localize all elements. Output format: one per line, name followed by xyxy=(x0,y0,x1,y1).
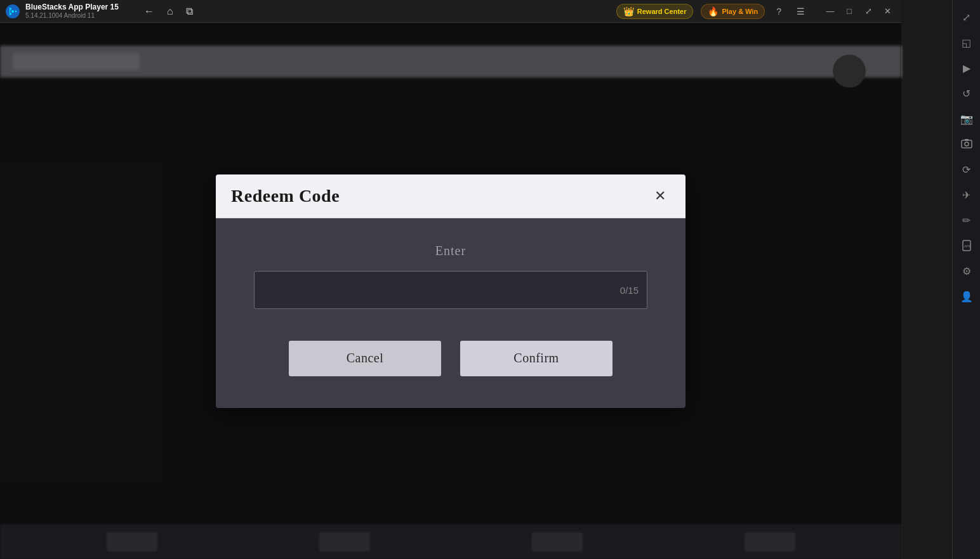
window-controls: — □ ⤢ ✕ xyxy=(821,3,896,20)
svg-rect-6 xyxy=(965,139,969,141)
modal-body: Enter 0/15 Cancel Confirm xyxy=(216,218,685,408)
settings-icon[interactable]: ⚙ xyxy=(955,260,978,282)
modal-buttons: Cancel Confirm xyxy=(254,341,647,376)
modal-title: Redeem Code xyxy=(231,186,340,206)
copy-button[interactable]: ⧉ xyxy=(183,4,195,18)
hamburger-button[interactable]: ☰ xyxy=(793,5,809,18)
svg-rect-4 xyxy=(962,140,972,148)
restore-button[interactable]: ⤢ xyxy=(859,3,877,20)
modal-overlay: Redeem Code ✕ Enter 0/15 Cancel Confirm xyxy=(0,23,901,559)
crown-icon: 👑 xyxy=(623,6,634,16)
play-win-button[interactable]: 🔥 Play & Win xyxy=(701,4,765,19)
apk-icon[interactable]: APK xyxy=(955,234,978,257)
svg-point-3 xyxy=(11,10,14,13)
back-button[interactable]: ← xyxy=(142,4,157,18)
maximize-button[interactable]: □ xyxy=(840,3,858,20)
modal-header: Redeem Code ✕ xyxy=(216,174,685,218)
reward-center-label: Reward Center xyxy=(637,8,687,15)
home-button[interactable]: ⌂ xyxy=(164,4,176,18)
expand-icon[interactable]: ⤢ xyxy=(955,6,978,29)
svg-point-5 xyxy=(965,142,969,146)
close-button[interactable]: ✕ xyxy=(878,3,896,20)
reward-center-button[interactable]: 👑 Reward Center xyxy=(616,4,694,19)
redeem-code-modal: Redeem Code ✕ Enter 0/15 Cancel Confirm xyxy=(216,174,685,408)
app-info: BlueStacks App Player 15 5.14.21.1004 An… xyxy=(25,3,119,19)
screenshot-icon[interactable] xyxy=(955,133,978,155)
brush-icon[interactable]: ✏ xyxy=(955,209,978,232)
modal-close-button[interactable]: ✕ xyxy=(650,186,670,206)
code-input[interactable] xyxy=(254,271,647,309)
minimize-button[interactable]: — xyxy=(821,3,839,20)
help-button[interactable]: ? xyxy=(772,5,785,18)
enter-label: Enter xyxy=(254,244,647,258)
titlebar: BlueStacks App Player 15 5.14.21.1004 An… xyxy=(0,0,901,23)
cancel-button[interactable]: Cancel xyxy=(289,341,441,376)
svg-text:APK: APK xyxy=(964,244,971,248)
location-icon[interactable]: ✈ xyxy=(955,183,978,206)
play-win-label: Play & Win xyxy=(722,8,758,15)
confirm-button[interactable]: Confirm xyxy=(460,341,612,376)
right-sidebar: ⤢ ◱ ▶ ↺ 📷 ⟳ ✈ ✏ APK ⚙ 👤 xyxy=(952,0,980,559)
titlebar-nav: ← ⌂ ⧉ xyxy=(142,4,195,18)
rotate-icon[interactable]: ⟳ xyxy=(955,158,978,181)
app-version: 5.14.21.1004 Android 11 xyxy=(25,12,119,20)
code-input-wrapper: 0/15 xyxy=(254,271,647,309)
profile-icon[interactable]: 👤 xyxy=(955,285,978,308)
app-name: BlueStacks App Player 15 xyxy=(25,3,119,11)
bluestacks-logo xyxy=(5,4,20,19)
camera-icon[interactable]: 📷 xyxy=(955,107,978,130)
screen-icon[interactable]: ◱ xyxy=(955,31,978,54)
refresh-icon[interactable]: ↺ xyxy=(955,82,978,105)
fire-icon: 🔥 xyxy=(708,6,718,16)
titlebar-right: 👑 Reward Center 🔥 Play & Win ? ☰ — □ ⤢ ✕ xyxy=(616,3,896,20)
video-icon[interactable]: ▶ xyxy=(955,56,978,79)
